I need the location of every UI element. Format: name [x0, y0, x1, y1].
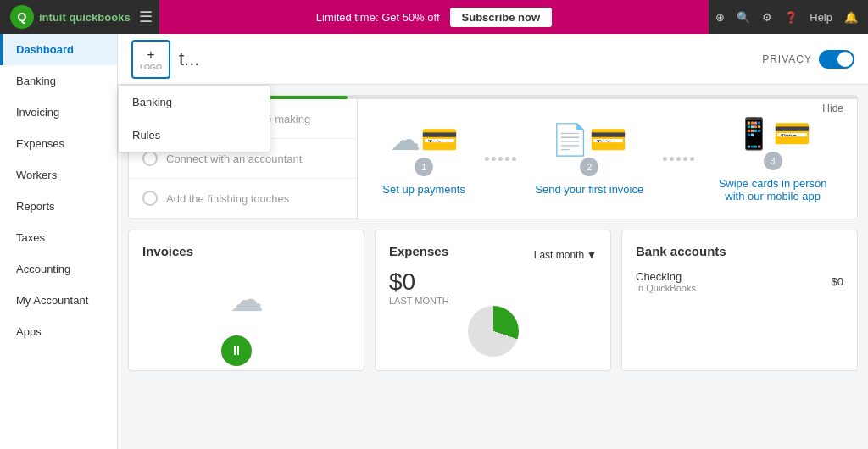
sidebar-item-dashboard[interactable]: Dashboard [0, 34, 117, 65]
hide-link[interactable]: Hide [822, 103, 843, 114]
sidebar-item-taxes[interactable]: Taxes [0, 222, 117, 253]
bank-row-checking: Checking In QuickBooks $0 [636, 265, 843, 298]
promo-text: Limited time: Get 50% off [316, 11, 440, 24]
card-invoices: Invoices ☁ ⏸ [128, 230, 364, 371]
progress-label-3: Add the finishing touches [166, 192, 289, 205]
step-card-2: 📄💳 2 Send your first invoice [535, 122, 643, 196]
dots-2 [663, 157, 694, 161]
invoices-title: Invoices [142, 244, 350, 258]
sidebar-item-workers[interactable]: Workers [0, 159, 117, 191]
bank-amount: $0 [832, 275, 843, 288]
progress-steps: ☁💳 1 Set up payments 📄💳 2 Send your firs… [358, 99, 857, 219]
sidebar-item-accounting[interactable]: Accounting [0, 253, 117, 285]
help-icon[interactable]: ❓ [784, 11, 798, 24]
logo-area: Q intuit quickbooks ☰ [10, 5, 153, 29]
step-badge-2: 2 [580, 158, 598, 176]
step-card-3: 📱💳 3 Swipe cards in person with our mobi… [714, 116, 832, 202]
step-card-1: ☁💳 1 Set up payments [382, 122, 465, 196]
sidebar-item-apps[interactable]: Apps [0, 316, 117, 347]
dots-1 [485, 157, 516, 161]
sidebar-item-banking[interactable]: Banking [0, 65, 117, 97]
pie-chart [468, 306, 519, 357]
settings-icon[interactable]: ⚙ [762, 11, 772, 24]
cards-row: Invoices ☁ ⏸ Expenses Last month ▼ $0 LA… [128, 230, 858, 371]
privacy-area: PRIVACY [762, 50, 854, 69]
add-icon[interactable]: ⊕ [715, 11, 725, 24]
expense-chart [389, 306, 597, 357]
last-month-label: Last month [534, 249, 584, 261]
step-link-2[interactable]: Send your first invoice [535, 183, 643, 196]
progress-label-2: Connect with an accountant [166, 152, 302, 165]
dropdown-item-banking[interactable]: Banking [119, 86, 270, 119]
help-label[interactable]: Help [810, 11, 832, 24]
invoice-cloud-wrap: ☁ ⏸ [230, 280, 264, 319]
logo-plus: + [147, 47, 154, 63]
expenses-title: Expenses [389, 244, 448, 258]
check-circle-2 [142, 151, 158, 166]
sidebar-item-expenses[interactable]: Expenses [0, 128, 117, 159]
step-icon-1: ☁💳 [390, 122, 459, 158]
promo-banner: Limited time: Get 50% off Subscribe now [159, 0, 709, 34]
bank-sub: In QuickBooks [636, 283, 696, 293]
sidebar-item-my-accountant[interactable]: My Accountant [0, 285, 117, 316]
step-icon-3: 📱💳 [735, 116, 811, 152]
topnav-right: ⊕ 🔍 ⚙ ❓ Help 🔔 [715, 11, 858, 24]
sidebar: Dashboard Banking Invoicing Expenses Wor… [0, 34, 118, 449]
privacy-toggle[interactable] [819, 50, 854, 69]
expenses-header: Expenses Last month ▼ [389, 244, 597, 265]
dropdown-item-rules[interactable]: Rules [119, 119, 270, 152]
invoice-illustration: ☁ ⏸ [142, 265, 350, 333]
sidebar-item-reports[interactable]: Reports [0, 191, 117, 222]
company-header: + LOGO t... PRIVACY [118, 34, 868, 85]
quickbooks-logo: Q [10, 5, 34, 29]
step-link-3[interactable]: Swipe cards in person with our mobile ap… [714, 177, 832, 202]
logo-label: LOGO [140, 63, 162, 71]
progress-item-3: Add the finishing touches [129, 179, 357, 219]
step-icon-2: 📄💳 [551, 122, 627, 158]
step-badge-1: 1 [415, 158, 433, 176]
step-badge-3: 3 [764, 152, 782, 170]
step-link-1[interactable]: Set up payments [382, 183, 465, 196]
hamburger-icon[interactable]: ☰ [139, 8, 153, 26]
bank-name: Checking [636, 270, 696, 283]
notification-icon[interactable]: 🔔 [844, 11, 858, 24]
svg-text:Q: Q [18, 10, 27, 24]
topnav: Q intuit quickbooks ☰ Limited time: Get … [0, 0, 868, 34]
bank-info: Checking In QuickBooks [636, 270, 696, 293]
subscribe-button[interactable]: Subscribe now [450, 8, 552, 27]
expense-amount: $0 [389, 269, 597, 296]
card-bank: Bank accounts Checking In QuickBooks $0 [621, 230, 858, 371]
company-name: t... [179, 48, 199, 70]
last-month-badge[interactable]: Last month ▼ [534, 249, 597, 261]
privacy-label: PRIVACY [762, 53, 812, 65]
search-icon[interactable]: 🔍 [737, 11, 750, 24]
banking-dropdown: Banking Rules [118, 85, 270, 152]
company-logo[interactable]: + LOGO [131, 40, 170, 79]
bank-title: Bank accounts [636, 244, 843, 258]
pause-icon: ⏸ [221, 335, 252, 366]
card-expenses: Expenses Last month ▼ $0 LAST MONTH [375, 230, 611, 371]
expense-label: LAST MONTH [389, 296, 597, 306]
brand-name: intuit quickbooks [39, 11, 131, 24]
sidebar-item-invoicing[interactable]: Invoicing [0, 97, 117, 128]
check-circle-3 [142, 191, 158, 206]
cloud-icon: ☁ [230, 280, 264, 318]
chevron-down-icon: ▼ [587, 249, 597, 261]
